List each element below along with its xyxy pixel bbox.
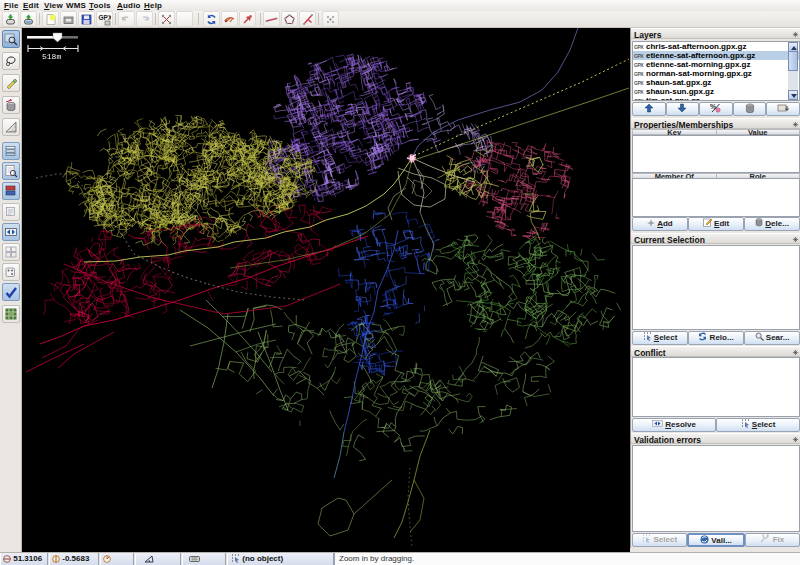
svg-text:518m: 518m — [42, 52, 61, 61]
svg-text:GPX: GPX — [99, 14, 112, 21]
